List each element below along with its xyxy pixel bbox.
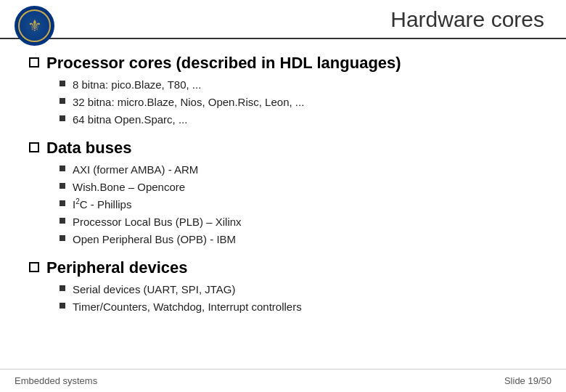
footer-right-text: Slide 19/50 [504,375,551,386]
section-heading-buses: Data buses [29,139,537,158]
sub-item-text: AXI (former AMBA) - ARM [73,162,198,177]
bullet-square-icon [29,57,39,68]
sub-item-text: 32 bitna: micro.Blaze, Nios, Open.Risc, … [73,94,304,110]
list-item: 8 bitna: pico.Blaze, T80, ... [60,77,537,92]
sub-bullet-icon [60,218,65,224]
list-item: Timer/Counters, Watchdog, Interrupt cont… [60,299,537,314]
peripheral-sub-list: Serial devices (UART, SPI, JTAG) Timer/C… [29,282,537,314]
slide: ⚜ Hardware cores Processor cores (descri… [0,0,566,392]
sub-bullet-icon [60,166,65,171]
section-peripheral-devices: Peripheral devices Serial devices (UART,… [29,258,537,314]
slide-title: Hardware cores [390,7,544,32]
footer-left-text: Embedded systems [15,375,97,386]
header: ⚜ Hardware cores [0,0,566,39]
sub-item-text: Timer/Counters, Watchdog, Interrupt cont… [73,299,302,314]
list-item: AXI (former AMBA) - ARM [60,162,537,177]
bullet-square-icon [29,142,39,152]
sub-item-text: Open Peripheral Bus (OPB) - IBM [73,232,236,247]
sub-item-text: Processor Local Bus (PLB) – Xilinx [73,214,242,229]
section-heading-text: Data buses [46,139,131,158]
sub-bullet-icon [60,81,65,86]
section-heading-text: Peripheral devices [46,258,187,277]
list-item: 64 bitna Open.Sparc, ... [60,112,537,127]
section-heading-peripheral: Peripheral devices [29,258,537,277]
list-item: Processor Local Bus (PLB) – Xilinx [60,214,537,229]
content: Processor cores (described in HDL langua… [0,39,566,333]
sub-item-text: Serial devices (UART, SPI, JTAG) [73,282,236,297]
logo: ⚜ [15,6,54,46]
section-heading-text: Processor cores (described in HDL langua… [46,54,401,73]
bullet-square-icon [29,262,39,272]
sub-bullet-icon [60,115,65,121]
section-processor-cores: Processor cores (described in HDL langua… [29,54,537,127]
section-data-buses: Data buses AXI (former AMBA) - ARM Wish.… [29,139,537,247]
sub-item-text: Wish.Bone – Opencore [73,179,185,195]
sub-bullet-icon [60,235,65,241]
sub-bullet-icon [60,183,65,189]
processor-sub-list: 8 bitna: pico.Blaze, T80, ... 32 bitna: … [29,77,537,127]
sub-item-text: I2C - Phillips [73,197,131,212]
list-item: Wish.Bone – Opencore [60,179,537,195]
list-item: I2C - Phillips [60,197,537,212]
sub-item-text: 8 bitna: pico.Blaze, T80, ... [73,77,201,92]
sub-bullet-icon [60,303,65,309]
logo-icon: ⚜ [28,17,42,36]
buses-sub-list: AXI (former AMBA) - ARM Wish.Bone – Open… [29,162,537,247]
list-item: 32 bitna: micro.Blaze, Nios, Open.Risc, … [60,94,537,110]
sub-bullet-icon [60,200,65,206]
footer: Embedded systems Slide 19/50 [0,369,566,392]
list-item: Open Peripheral Bus (OPB) - IBM [60,232,537,247]
sub-item-text: 64 bitna Open.Sparc, ... [73,112,187,127]
sub-bullet-icon [60,285,65,291]
sub-bullet-icon [60,98,65,104]
section-heading-processor: Processor cores (described in HDL langua… [29,54,537,73]
list-item: Serial devices (UART, SPI, JTAG) [60,282,537,297]
